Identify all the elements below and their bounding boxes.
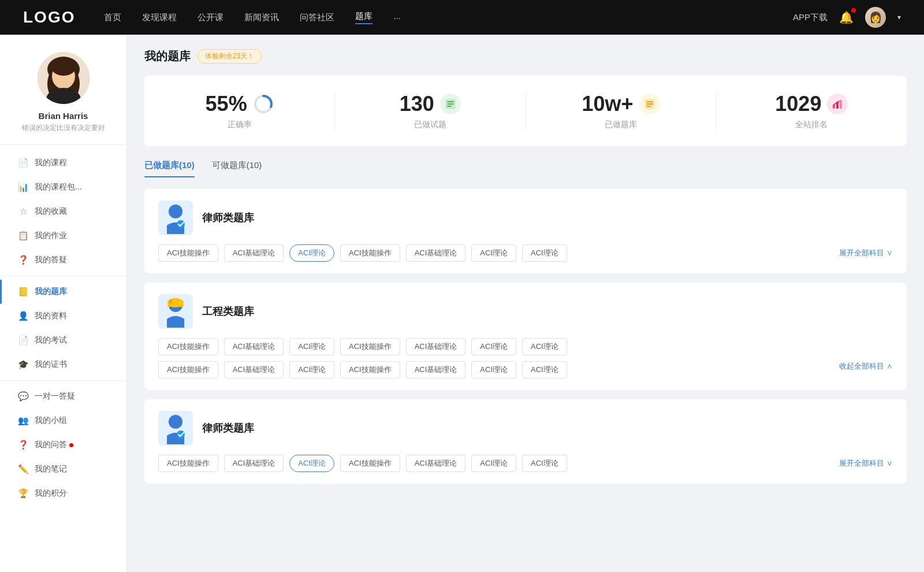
tag-7[interactable]: ACI理论 xyxy=(522,244,567,262)
law2-tag-2[interactable]: ACI基础理论 xyxy=(224,455,284,472)
tag-5[interactable]: ACI基础理论 xyxy=(406,244,466,262)
eng-tag-3[interactable]: ACI理论 xyxy=(289,338,334,355)
svg-rect-23 xyxy=(167,304,184,307)
eng-tag-10[interactable]: ACI理论 xyxy=(289,361,334,378)
course-packages-icon: 📊 xyxy=(17,181,29,193)
sidebar-item-profile[interactable]: 👤 我的资料 xyxy=(0,304,126,328)
sidebar-item-certificate[interactable]: 🎓 我的证书 xyxy=(0,352,126,377)
eng-tag-4[interactable]: ACI技能操作 xyxy=(340,338,400,355)
accuracy-number: 55% xyxy=(206,92,247,116)
banks-done-icon xyxy=(639,94,660,114)
ranking-label: 全站排名 xyxy=(795,120,828,130)
banks-done-label: 已做题库 xyxy=(605,120,637,130)
nav-more[interactable]: ··· xyxy=(393,13,401,23)
tag-4[interactable]: ACI技能操作 xyxy=(340,244,400,262)
eng-tag-12[interactable]: ACI基础理论 xyxy=(406,361,466,378)
engineer-bank-icon xyxy=(158,294,193,329)
eng-tag-14[interactable]: ACI理论 xyxy=(522,361,567,378)
lawyer1-bank-name: 律师类题库 xyxy=(202,211,254,225)
engineer1-bank-name: 工程类题库 xyxy=(202,304,254,318)
tag-1[interactable]: ACI技能操作 xyxy=(158,244,218,262)
lawyer1-expand-btn[interactable]: 展开全部科目 ∨ xyxy=(839,248,893,258)
favorites-icon: ☆ xyxy=(17,206,29,217)
stat-questions-done: 130 已做试题 xyxy=(335,92,526,130)
profile-name: Brian Harris xyxy=(39,111,88,121)
notification-bell[interactable]: 🔔 xyxy=(839,10,854,24)
eng-tag-13[interactable]: ACI理论 xyxy=(471,361,516,378)
questions-done-label: 已做试题 xyxy=(414,120,446,130)
nav-home[interactable]: 首页 xyxy=(104,12,121,23)
tab-done-banks[interactable]: 已做题库(10) xyxy=(144,160,195,177)
profile-icon: 👤 xyxy=(17,310,29,322)
lawyer2-tags: ACI技能操作 ACI基础理论 ACI理论 ACI技能操作 ACI基础理论 AC… xyxy=(158,455,893,472)
sidebar-item-favorites[interactable]: ☆ 我的收藏 xyxy=(0,199,126,224)
svg-rect-18 xyxy=(840,100,842,109)
ranking-icon xyxy=(827,94,848,114)
questions-icon: ❓ xyxy=(17,254,29,266)
eng-tag-5[interactable]: ACI基础理论 xyxy=(406,338,466,355)
page-title: 我的题库 xyxy=(144,49,191,64)
eng-tag-7[interactable]: ACI理论 xyxy=(522,338,567,355)
accuracy-chart xyxy=(253,94,274,114)
svg-point-19 xyxy=(169,205,182,218)
page-header: 我的题库 体验剩余23天！ xyxy=(144,49,907,64)
nav-courses[interactable]: 发现课程 xyxy=(142,12,177,23)
svg-rect-15 xyxy=(646,106,651,107)
sidebar-menu: 📄 我的课程 📊 我的课程包... ☆ 我的收藏 📋 我的作业 ❓ 我的答疑 � xyxy=(0,151,126,506)
sidebar-item-tutoring[interactable]: 💬 一对一答疑 xyxy=(0,384,126,408)
accuracy-label: 正确率 xyxy=(228,120,252,130)
law2-tag-7[interactable]: ACI理论 xyxy=(522,455,567,472)
exam-icon: 📄 xyxy=(17,335,29,346)
sidebar-item-question-bank[interactable]: 📒 我的题库 xyxy=(0,280,126,304)
eng-tag-2[interactable]: ACI基础理论 xyxy=(224,338,284,355)
svg-point-4 xyxy=(51,57,76,76)
law2-tag-6[interactable]: ACI理论 xyxy=(471,455,516,472)
lawyer2-expand-btn[interactable]: 展开全部科目 ∨ xyxy=(839,458,893,469)
bank-card-lawyer2: 律师类题库 ACI技能操作 ACI基础理论 ACI理论 ACI技能操作 ACI基… xyxy=(144,399,907,484)
nav-open-courses[interactable]: 公开课 xyxy=(198,12,223,23)
nav-news[interactable]: 新闻资讯 xyxy=(244,12,279,23)
sidebar-item-my-qa[interactable]: ❓ 我的问答 xyxy=(0,433,126,457)
tag-3-active[interactable]: ACI理论 xyxy=(289,244,334,262)
navbar-right: APP下载 🔔 👩 ▾ xyxy=(793,7,901,28)
sidebar-item-courses[interactable]: 📄 我的课程 xyxy=(0,151,126,175)
lawyer2-bank-name: 律师类题库 xyxy=(202,421,254,435)
sidebar-item-exam[interactable]: 📄 我的考试 xyxy=(0,328,126,352)
avatar xyxy=(38,52,90,104)
sidebar-item-notes[interactable]: ✏️ 我的笔记 xyxy=(0,457,126,481)
svg-rect-14 xyxy=(646,103,653,105)
svg-point-25 xyxy=(169,415,182,429)
nav-links: 首页 发现课程 公开课 新闻资讯 问答社区 题库 ··· xyxy=(104,11,793,24)
law2-tag-1[interactable]: ACI技能操作 xyxy=(158,455,218,472)
eng-tag-8[interactable]: ACI技能操作 xyxy=(158,361,218,378)
law2-tag-3-active[interactable]: ACI理论 xyxy=(289,455,334,472)
navbar: LOGO 首页 发现课程 公开课 新闻资讯 问答社区 题库 ··· APP下载 … xyxy=(0,0,924,35)
eng-tag-1[interactable]: ACI技能操作 xyxy=(158,338,218,355)
sidebar-item-group[interactable]: 👥 我的小组 xyxy=(0,408,126,433)
certificate-icon: 🎓 xyxy=(17,359,29,370)
tag-6[interactable]: ACI理论 xyxy=(471,244,516,262)
eng-tag-9[interactable]: ACI基础理论 xyxy=(224,361,284,378)
tag-2[interactable]: ACI基础理论 xyxy=(224,244,284,262)
eng-tag-6[interactable]: ACI理论 xyxy=(471,338,516,355)
user-avatar-nav[interactable]: 👩 xyxy=(865,7,886,28)
engineer1-collapse-btn[interactable]: 收起全部科目 ∧ xyxy=(839,361,893,378)
courses-icon: 📄 xyxy=(17,157,29,169)
ranking-number: 1029 xyxy=(775,92,821,116)
questions-done-icon xyxy=(440,94,461,114)
eng-tag-11[interactable]: ACI技能操作 xyxy=(340,361,400,378)
law2-tag-5[interactable]: ACI基础理论 xyxy=(406,455,466,472)
sidebar-item-points[interactable]: 🏆 我的积分 xyxy=(0,481,126,506)
nav-question-bank[interactable]: 题库 xyxy=(355,11,372,24)
bank-card-engineer1: 工程类题库 ACI技能操作 ACI基础理论 ACI理论 ACI技能操作 ACI基… xyxy=(144,283,907,390)
svg-rect-9 xyxy=(447,101,454,102)
group-icon: 👥 xyxy=(17,415,29,426)
sidebar-item-course-packages[interactable]: 📊 我的课程包... xyxy=(0,175,126,199)
law2-tag-4[interactable]: ACI技能操作 xyxy=(340,455,400,472)
nav-qa[interactable]: 问答社区 xyxy=(300,12,334,23)
sidebar-item-questions[interactable]: ❓ 我的答疑 xyxy=(0,248,126,272)
user-dropdown-arrow[interactable]: ▾ xyxy=(897,13,901,21)
tab-available-banks[interactable]: 可做题库(10) xyxy=(212,160,262,177)
sidebar-item-homework[interactable]: 📋 我的作业 xyxy=(0,224,126,248)
app-download-btn[interactable]: APP下载 xyxy=(793,12,828,23)
